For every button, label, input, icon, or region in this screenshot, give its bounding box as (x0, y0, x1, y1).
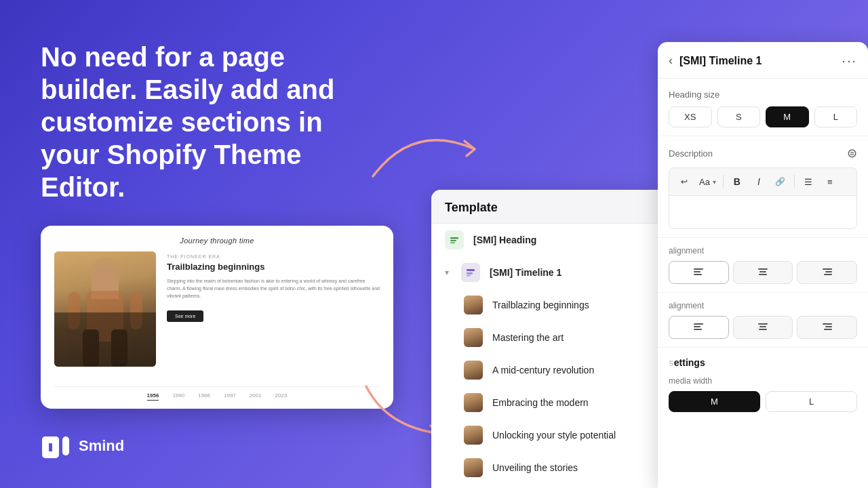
preview-body-text: Stepping into the realm of bohemian fash… (167, 277, 380, 300)
unlocking-label: Unlocking your style potential (492, 430, 616, 441)
rich-text-toolbar: ↩ Aa ▾ B I 🔗 ☰ ≡ (669, 167, 857, 195)
preview-see-more-button[interactable]: See more (167, 310, 203, 322)
bold-button[interactable]: B (728, 172, 747, 191)
svg-rect-26 (694, 323, 703, 325)
settings-panel-title: [SMI] Timeline 1 (679, 55, 762, 67)
unveiling-icon (464, 458, 483, 477)
general-settings-section: settings media width M L (658, 348, 868, 418)
template-item-unlocking[interactable]: Unlocking your style potential (431, 419, 669, 451)
embracing-icon (464, 393, 483, 412)
size-m-button[interactable]: M (766, 106, 809, 127)
svg-rect-21 (760, 271, 766, 272)
svg-rect-33 (825, 326, 832, 327)
svg-rect-32 (823, 323, 832, 325)
mastering-icon (464, 328, 483, 347)
italic-button[interactable]: I (749, 172, 768, 191)
back-icon[interactable]: ‹ (669, 54, 673, 68)
size-l-button[interactable]: L (814, 106, 858, 127)
description-label: Description (669, 148, 713, 159)
link-button[interactable]: 🔗 (771, 172, 790, 191)
timeline-year-4: 1997 (224, 392, 236, 401)
heading-size-section: Heading size XS S M L (658, 79, 868, 136)
timeline-item-icon (461, 263, 480, 282)
svg-rect-10 (62, 436, 69, 455)
mastering-label: Mastering the art (492, 332, 564, 343)
size-s-button[interactable]: S (717, 106, 761, 127)
preview-era: THE PIONEER ERA (167, 254, 380, 259)
preview-figure (54, 251, 156, 367)
svg-rect-11 (450, 237, 458, 239)
svg-rect-27 (694, 326, 701, 327)
preview-content: THE PIONEER ERA Trailblazing beginnings … (54, 251, 380, 380)
template-item-heading[interactable]: [SMI] Heading (431, 224, 669, 256)
alignment-buttons-2 (669, 316, 857, 339)
brand: Smind (41, 431, 387, 461)
alignment-label-2: alignment (669, 301, 857, 310)
font-name: Aa (699, 177, 710, 187)
align-center-button-2[interactable] (733, 316, 793, 339)
trailblazing-icon (464, 296, 483, 314)
trailblazing-label: Trailblazing beginnings (492, 300, 589, 310)
svg-rect-14 (467, 269, 475, 271)
svg-rect-22 (759, 274, 767, 275)
align-right-button-2[interactable] (797, 316, 857, 339)
align-right-button-1[interactable] (797, 261, 857, 284)
general-settings-title: settings (669, 357, 857, 368)
timeline-year-2: 1990 (172, 392, 184, 401)
template-panel: Template [SMI] Heading ▾ (431, 190, 669, 488)
font-select[interactable]: Aa ▾ (696, 176, 719, 188)
svg-rect-20 (758, 268, 768, 270)
svg-rect-18 (694, 271, 701, 272)
align-left-button-2[interactable] (669, 316, 729, 339)
unveiling-label: Unveiling the stories (492, 462, 578, 473)
svg-rect-30 (760, 326, 766, 327)
size-xs-button[interactable]: XS (669, 106, 712, 127)
settings-panel: ‹ [SMI] Timeline 1 ··· Heading size XS S… (658, 42, 868, 488)
svg-rect-8 (42, 436, 59, 443)
svg-rect-28 (694, 329, 702, 330)
description-section: Description ⊜ ↩ Aa ▾ B I 🔗 ☰ ≡ (658, 136, 868, 238)
align-left-button-1[interactable] (669, 261, 729, 284)
template-header-label: Template (445, 201, 498, 214)
template-item-trailblazing[interactable]: Trailblazing beginnings (431, 289, 669, 321)
svg-rect-29 (758, 323, 768, 325)
preview-image (54, 251, 156, 367)
width-m-button[interactable]: M (669, 391, 760, 412)
more-options-icon[interactable]: ··· (842, 53, 857, 68)
svg-rect-31 (759, 329, 767, 330)
template-item-unveiling[interactable]: Unveiling the stories (431, 451, 669, 481)
svg-rect-17 (694, 268, 703, 270)
template-item-mastering[interactable]: Mastering the art (431, 321, 669, 354)
preview-timeline: 1956 1990 1966 1997 2001 2023 (54, 386, 380, 401)
template-items-list: [SMI] Heading ▾ [SMI] Timeline 1 Trailbl… (431, 224, 669, 481)
unordered-list-button[interactable]: ☰ (799, 172, 818, 191)
media-width-label: media width (669, 376, 857, 386)
ordered-list-button[interactable]: ≡ (821, 172, 840, 191)
brand-logo-icon (41, 431, 71, 461)
alignment-section-2: alignment (658, 293, 868, 348)
svg-rect-1 (87, 291, 123, 342)
database-icon[interactable]: ⊜ (847, 146, 857, 161)
template-header: Template (431, 190, 669, 224)
format-clear-button[interactable]: ↩ (675, 172, 694, 191)
svg-point-0 (90, 258, 120, 293)
template-item-timeline[interactable]: ▾ [SMI] Timeline 1 (431, 256, 669, 289)
template-item-embracing[interactable]: Embracing the modern (431, 386, 669, 419)
embracing-label: Embracing the modern (492, 397, 589, 408)
svg-rect-3 (111, 329, 127, 367)
width-l-button[interactable]: L (766, 391, 857, 412)
rich-text-area[interactable] (669, 195, 857, 229)
svg-rect-5 (130, 292, 142, 329)
timeline-year-5: 2001 (250, 392, 262, 401)
settings-topbar: ‹ [SMI] Timeline 1 ··· (658, 42, 868, 79)
toolbar-separator-2 (794, 175, 795, 188)
align-center-button-1[interactable] (733, 261, 793, 284)
svg-rect-13 (450, 243, 455, 244)
svg-rect-2 (83, 329, 99, 367)
settings-nav-left: ‹ [SMI] Timeline 1 (669, 54, 762, 68)
preview-title: Journey through time (54, 237, 380, 245)
preview-card: Journey through time TH (41, 226, 393, 409)
template-item-midcentury[interactable]: A mid-century revolution (431, 354, 669, 386)
brand-name: Smind (79, 437, 124, 455)
svg-rect-9 (42, 451, 59, 458)
